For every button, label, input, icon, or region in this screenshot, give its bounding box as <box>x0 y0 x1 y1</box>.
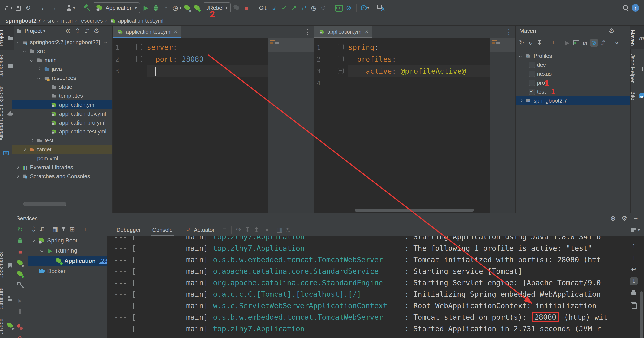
open-project-icon[interactable] <box>5 4 12 12</box>
download-icon[interactable]: ↧ <box>536 39 543 47</box>
tree-row[interactable]: main <box>12 55 112 64</box>
collapse-all-icon[interactable]: ⇵ <box>599 39 607 47</box>
profile-checkbox-pro[interactable] <box>529 80 535 86</box>
evaluate-icon[interactable]: ▦ <box>275 226 283 234</box>
profile-checkbox-nexus[interactable] <box>529 71 535 77</box>
tree-row[interactable]: templates <box>12 91 112 100</box>
editor-code[interactable]: server: port: 28080 <box>147 38 268 213</box>
scroll-end-icon[interactable]: ↧ <box>630 277 638 285</box>
printer-icon[interactable] <box>630 289 638 297</box>
console-tab-debugger[interactable]: Debugger <box>112 223 146 237</box>
translate-icon[interactable] <box>377 4 384 12</box>
hamburger-menu-icon[interactable]: ≡ <box>221 226 228 234</box>
sidebar-item-jrebel[interactable]: JRebel <box>0 314 14 337</box>
more-icon[interactable]: » <box>613 39 620 47</box>
sync-icon[interactable]: ↻ <box>24 4 32 12</box>
upload-icon[interactable]: ↥ <box>252 226 260 234</box>
trash-icon[interactable] <box>630 301 638 309</box>
editor-code[interactable]: spring: profiles: active: @profileActive… <box>348 38 490 213</box>
git-commit-icon[interactable]: ✔ <box>280 4 288 12</box>
sidebar-item-database[interactable]: Database <box>0 51 14 81</box>
locate-icon[interactable]: ⊕ <box>609 215 617 222</box>
add-tab-icon[interactable]: ⊞ <box>68 225 76 233</box>
user-icon-dropdown[interactable] <box>65 4 75 12</box>
update-icon[interactable] <box>632 4 639 12</box>
editor-horizontal-scrollbar[interactable] <box>354 209 474 212</box>
up-icon[interactable]: ↑ <box>630 242 638 249</box>
tree-row[interactable]: Scratches and Consoles <box>12 172 112 181</box>
jrebel-debug-icon[interactable] <box>193 4 201 12</box>
tree-row[interactable]: src <box>12 47 112 55</box>
tree-row[interactable]: test <box>12 136 112 145</box>
tree-row[interactable]: springboot2.7 [springboot27]~ <box>12 38 112 47</box>
console-log[interactable]: --- [main]top.zlhy7.Application: Startin… <box>107 237 644 338</box>
profile-checkbox-dev[interactable] <box>529 62 535 68</box>
back-icon[interactable]: ← <box>40 4 48 12</box>
stop-icon[interactable]: ■ <box>16 248 24 256</box>
skip-tests-icon[interactable]: ⊘ <box>590 39 598 47</box>
fold-marker-icon[interactable] <box>338 44 344 50</box>
user-icon[interactable] <box>65 4 73 12</box>
close-icon[interactable]: × <box>365 29 368 35</box>
pause-icon[interactable]: ‖ <box>16 308 24 316</box>
mute-icon[interactable]: ⊘ <box>16 335 24 338</box>
kebab-menu-icon[interactable]: ⋮ <box>502 28 515 35</box>
save-all-icon[interactable] <box>14 4 22 12</box>
git-history-icon[interactable]: ◷ <box>310 4 318 12</box>
breadcrumb-item[interactable]: main <box>61 18 72 24</box>
search-icon[interactable] <box>622 4 630 12</box>
coverage-icon[interactable]: ◷ <box>172 4 179 12</box>
project-horizontal-scrollbar[interactable] <box>23 202 66 206</box>
services-tree-row[interactable]: Application:28080/ <box>28 256 107 266</box>
tree-row[interactable]: application.yml <box>12 100 112 109</box>
services-tree-row[interactable]: Docker <box>28 266 107 276</box>
sidebar-item-alibaba-cloud-explorer[interactable]: Alibaba Cloud Explorer <box>0 83 14 144</box>
gear-icon[interactable]: ⚙ <box>608 27 616 35</box>
breadcrumb-item[interactable]: src <box>48 18 54 24</box>
close-icon[interactable]: × <box>174 29 177 35</box>
tree-row[interactable]: pom.xml <box>12 154 112 163</box>
profile-checkbox-test[interactable] <box>529 88 535 95</box>
sidebar-item-project[interactable]: Project <box>0 26 14 50</box>
editor-minimap[interactable] <box>268 38 314 213</box>
gear-icon[interactable]: ⚙ <box>620 215 628 222</box>
breadcrumb-item[interactable]: springboot2.7 <box>6 18 41 24</box>
run-terminal-icon[interactable] <box>572 39 580 47</box>
profiler-icon[interactable]: ◔ <box>162 4 169 12</box>
maven-profile-row[interactable]: pro <box>516 78 630 87</box>
git-merge-icon[interactable]: ⇄ <box>300 4 308 12</box>
project-view-selector[interactable]: Project <box>15 27 45 35</box>
expand-all-icon[interactable]: ⇳ <box>74 27 81 35</box>
fold-marker-icon[interactable] <box>136 44 142 50</box>
jump-icon[interactable]: ⇥ <box>262 226 269 234</box>
editor-tab[interactable]: application.yml× <box>314 25 372 38</box>
git-push-icon[interactable]: ↗ <box>290 4 298 12</box>
locate-icon[interactable]: ⊕ <box>64 27 72 35</box>
block-icon[interactable]: ⊘ <box>345 4 353 12</box>
maven-profile-row[interactable]: test1 <box>516 87 630 96</box>
console-tab-actuator[interactable]: ⋔Actuator <box>179 223 220 237</box>
kebab-menu-icon[interactable]: ⋮ <box>301 28 314 35</box>
maven-profile-row[interactable]: nexus <box>516 69 630 78</box>
tree-row[interactable]: application-dev.yml <box>12 109 112 118</box>
console-layout-dropdown[interactable] <box>630 226 640 234</box>
debug-icon[interactable] <box>152 4 160 12</box>
wrench-icon[interactable] <box>16 281 24 289</box>
fold-marker-icon[interactable] <box>136 56 142 62</box>
build-hammer-icon[interactable] <box>83 4 90 12</box>
maven-profile-row[interactable]: dev <box>516 60 630 69</box>
plus-icon[interactable]: + <box>81 225 89 233</box>
gear-icon[interactable]: ⚙ <box>92 27 100 35</box>
step-icon[interactable]: ↷ <box>235 226 242 234</box>
tree-row[interactable]: java <box>12 64 112 73</box>
forward-icon[interactable]: → <box>50 4 57 12</box>
expand-all-icon[interactable]: ⇳ <box>30 225 38 233</box>
sliders-icon[interactable]: ≋ <box>284 226 292 234</box>
fold-marker-icon[interactable] <box>338 68 344 74</box>
sidebar-item-ai-assistant-icon[interactable] <box>2 146 10 160</box>
fold-marker-icon[interactable] <box>338 56 344 62</box>
right-strip-item-json-helper[interactable]: {}Json Helper <box>630 51 644 86</box>
down-icon[interactable]: ↓ <box>630 254 638 261</box>
run-dim-icon[interactable]: ▶ <box>563 39 571 47</box>
git-update-icon[interactable]: ↙ <box>271 4 278 12</box>
